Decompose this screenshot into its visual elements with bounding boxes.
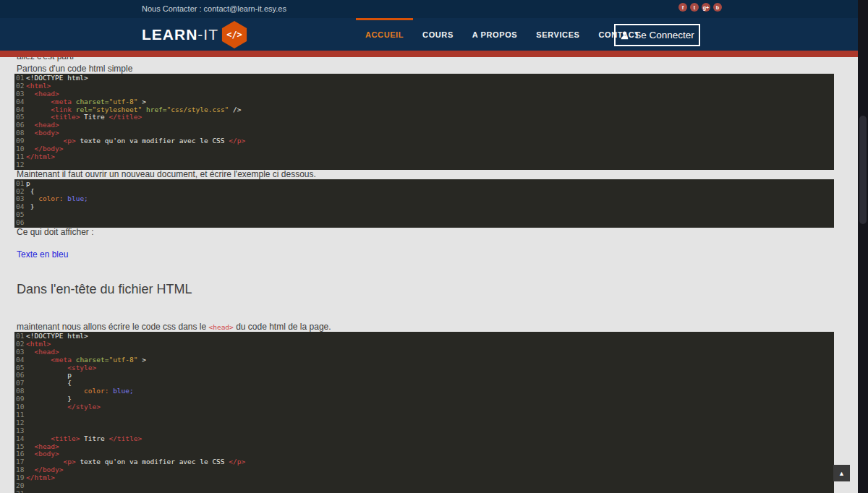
code-block-html-with-style: 01<!DOCTYPE html>02<html>03 <head>04 <me… (14, 332, 834, 493)
paragraph-new-document: Maintenant il faut ouvrir un nouveau doc… (17, 170, 858, 179)
code-block-css: 01p02 {03 color: blue;04 }0506 (14, 179, 834, 228)
code-line: 19</html> (16, 474, 834, 482)
code-line: 02 { (16, 188, 834, 196)
code-line: 07 { (16, 380, 834, 387)
code-line: 06 (16, 219, 834, 227)
contact-label: Nous Contacter : (142, 4, 202, 13)
topbar: Nous Contacter : contact@learn-it.esy.es… (0, 0, 858, 18)
google-plus-icon[interactable]: g+ (702, 3, 710, 12)
red-divider-bar (0, 51, 858, 57)
code-line: 14 <title> Titre </title> (16, 435, 834, 443)
logo-main: LEARN (142, 26, 197, 43)
logo-suffix: -IT (197, 26, 218, 43)
section-heading: Dans l'en-tête du fichier HTML (17, 281, 858, 297)
code-line: 06 p (16, 372, 834, 380)
header: LEARN-IT </> ACCUEIL COURS A PROPOS SERV… (0, 18, 858, 51)
back-to-top-button[interactable]: ▲ (833, 465, 850, 481)
code-line: 05 <title> Titre </title> (16, 113, 834, 121)
paragraph-result-intro: Ce qui doit afficher : (17, 228, 858, 237)
code-line: 17 <p> texte qu'on va modifier avec le C… (16, 458, 834, 466)
logo-text: LEARN-IT (142, 26, 218, 43)
paragraph-part-after: du code html de la page. (234, 322, 331, 332)
code-line: 05 (16, 211, 834, 219)
main-content: allez c'est parti Partons d'un code html… (0, 51, 858, 493)
code-line: 05 <style> (16, 364, 834, 372)
code-line: 01p (16, 180, 834, 188)
demo-blue-text: Texte en bleu (17, 250, 858, 260)
code-line: 10 </style> (16, 403, 834, 411)
code-line: 09 } (16, 395, 834, 403)
nav-item-services[interactable]: SERVICES (527, 18, 589, 51)
code-line: 21 (16, 490, 834, 493)
logo[interactable]: LEARN-IT </> (142, 21, 248, 48)
code-line: 03 color: blue; (16, 195, 834, 203)
code-line: 02<html> (16, 82, 834, 90)
facebook-icon[interactable]: f (678, 3, 687, 12)
scrollbar-thumb[interactable] (859, 116, 867, 224)
login-button[interactable]: Se Connecter (614, 24, 700, 46)
behance-icon[interactable]: b (713, 3, 722, 12)
code-line: 08 color: blue; (16, 387, 834, 395)
nav-item-a-propos[interactable]: A PROPOS (463, 18, 527, 51)
code-line: 15 <head> (16, 443, 834, 451)
paragraph-with-inline-code: maintenant nous allons écrire le code cs… (17, 322, 858, 332)
code-line: 01<!DOCTYPE html> (16, 74, 834, 82)
code-line: 04 <meta charset="utf-8" > (16, 356, 834, 364)
logo-code-icon: </> (221, 21, 248, 48)
twitter-icon[interactable]: t (690, 3, 699, 12)
login-label: Se Connecter (634, 30, 694, 40)
code-line: 11 (16, 411, 834, 419)
code-line: 12 (16, 419, 834, 427)
code-line: 02<html> (16, 340, 834, 348)
code-line: 11</html> (16, 153, 834, 161)
nav-item-accueil[interactable]: ACCUEIL (356, 18, 413, 51)
scrollbar[interactable] (858, 0, 868, 493)
contact-email[interactable]: contact@learn-it.esy.es (204, 4, 286, 13)
code-line: 12 (16, 161, 834, 169)
inline-code-head-tag: <head> (208, 323, 233, 331)
code-line: 20 (16, 482, 834, 490)
main-nav: ACCUEIL COURS A PROPOS SERVICES CONTACT (356, 18, 650, 51)
code-line: 10 </body> (16, 145, 834, 153)
paragraph-part-before: maintenant nous allons écrire le code cs… (17, 322, 208, 332)
code-line: 01<!DOCTYPE html> (16, 333, 834, 340)
code-line: 06 <head> (16, 121, 834, 129)
code-line: 04 } (16, 203, 834, 211)
code-block-html-simple: 01<!DOCTYPE html>02<html>03 <head>04 <me… (14, 74, 834, 170)
code-line: 09 <p> texte qu'on va modifier avec le C… (16, 137, 834, 145)
contact-info: Nous Contacter : contact@learn-it.esy.es (142, 4, 286, 13)
nav-item-cours[interactable]: COURS (413, 18, 463, 51)
social-icons: f t g+ b (678, 3, 722, 12)
person-icon (620, 30, 629, 40)
paragraph-code-intro: Partons d'un code html simple (17, 64, 858, 74)
code-line: 18 </body> (16, 466, 834, 474)
